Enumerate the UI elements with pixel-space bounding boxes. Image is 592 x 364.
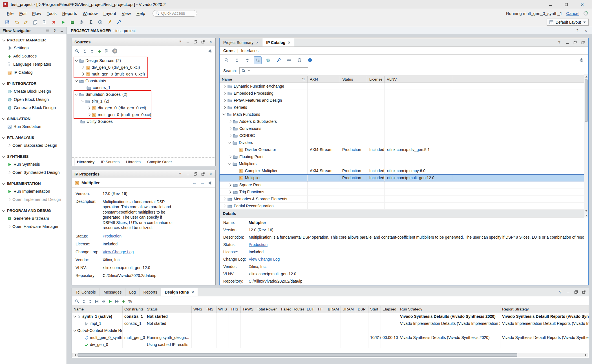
sources-tree-item[interactable]: div_gen_0 (div_gen_0.xci) [72,64,215,71]
column-header-failed-routes[interactable]: Failed Routes [279,306,305,313]
chevron-down-icon[interactable] [73,328,76,331]
column-header-license[interactable]: License [367,76,385,83]
sources-tree-item[interactable]: Utility Sources [72,118,215,125]
column-header-uram[interactable]: URAM [341,306,356,313]
tab-ip-catalog[interactable]: IP Catalog× [262,38,294,46]
ip-catalog-vertical-scrollbar[interactable] [584,74,588,217]
ip-catalog-row[interactable]: Divider GeneratorAXI4-StreamProductionIn… [220,146,588,153]
sources-tree-item[interactable]: mult_gen_0 (mult_gen_0.xci) [72,111,215,118]
ip-catalog-row[interactable]: Trig Functions [220,188,588,196]
close-tab-icon[interactable]: × [256,40,259,45]
column-header-tpws[interactable]: TPWS [241,306,255,313]
chevron-down-icon[interactable] [75,92,78,95]
chevron-right-icon[interactable] [222,204,226,207]
column-header-constraints[interactable]: Constraints [123,306,145,313]
scrollbar-thumb[interactable] [585,79,588,122]
layout-selector-dropdown[interactable]: Default Layout [547,19,589,26]
menu-help[interactable]: Help [134,10,148,17]
float-panel-icon[interactable] [574,290,578,294]
design-runs-horizontal-scrollbar[interactable] [72,353,588,357]
menu-window[interactable]: Window [80,10,100,17]
chevron-right-icon[interactable] [228,120,231,123]
percent-icon[interactable]: % [128,299,132,303]
language-icon[interactable] [295,56,303,64]
sources-tab-hierarchy[interactable]: Hierarchy [74,158,97,166]
design-run-row[interactable]: mult_gen_0_synth_1mult_gen_0Running synt… [72,334,589,341]
chevron-right-icon[interactable] [228,155,231,158]
column-header-name[interactable]: Name^1 [220,76,308,83]
chevron-right-icon[interactable] [228,183,231,186]
flownav-section-header[interactable]: SYNTHESIS [0,153,67,160]
flownav-section-header[interactable]: SIMULATION [0,115,67,122]
maximize-panel-icon[interactable] [582,290,586,294]
search-icon[interactable] [222,56,230,64]
help-icon[interactable]: ? [178,172,182,176]
close-tab-icon[interactable]: × [288,40,290,45]
ip-catalog-row[interactable]: Partial Reconfiguration [220,203,588,210]
search-icon[interactable] [75,48,79,54]
collapse-all-icon[interactable] [82,298,86,303]
menu-edit[interactable]: Edit [16,10,29,17]
minimize-panel-icon[interactable] [566,290,570,294]
flownav-section-header[interactable]: PROJECT MANAGER [0,37,67,44]
ip-catalog-row[interactable]: Floating Point [220,153,588,160]
chevron-right-icon[interactable] [228,134,231,137]
property-value[interactable]: View Change Log [103,250,134,254]
maximize-panel-icon[interactable] [201,172,205,176]
flownav-item[interactable]: Run Synthesis [0,160,67,168]
maximize-panel-icon[interactable] [581,40,585,45]
tab-project-summary[interactable]: Project Summary× [220,38,262,46]
sources-tree-item[interactable]: Simulation Sources (2) [72,91,215,98]
tab-messages[interactable]: Messages [100,288,125,296]
save-icon[interactable] [3,18,11,26]
column-header-dsp[interactable]: DSP [356,306,368,313]
sum-icon[interactable]: Σ [87,18,95,26]
menu-view[interactable]: View [119,10,134,17]
hierarchy-view-icon[interactable] [254,56,262,64]
scroll-up-icon[interactable] [584,74,588,79]
edit-icon[interactable] [106,18,113,26]
menu-tools[interactable]: Tools [44,10,59,17]
undo-icon[interactable] [13,18,20,26]
column-header-lut[interactable]: LUT [305,306,316,313]
column-header-vlnv[interactable]: VLNV [385,76,452,83]
column-header-whs[interactable]: WHS [217,306,229,313]
chevron-right-icon[interactable] [81,66,84,69]
flownav-item[interactable]: Open Hardware Manager [0,222,67,230]
ip-catalog-row[interactable]: Dynamic Function eXchange [220,83,588,90]
ip-catalog-row[interactable]: Embedded Processing [220,90,588,97]
settings-gear-icon[interactable] [78,18,85,26]
design-run-row[interactable]: synth_1 (active)constrs_1Not startedViva… [72,313,589,320]
flownav-section-header[interactable]: IP INTEGRATOR [0,80,67,87]
ip-catalog-row[interactable]: Dividers [220,139,588,146]
add-run-icon[interactable] [122,299,125,303]
flownav-item[interactable]: Add Sources [0,52,67,60]
chevron-right-icon[interactable] [228,190,231,193]
design-run-row[interactable]: Out-of-Context Module Runs [72,327,589,334]
settings-gear-icon[interactable] [577,56,585,64]
column-header-ths[interactable]: THS [229,306,241,313]
minimize-button[interactable] [547,1,554,8]
flownav-item[interactable]: Settings [0,44,67,52]
close-panel-icon[interactable]: × [208,172,213,176]
flownav-item[interactable]: Open Synthesized Design [0,168,67,176]
ip-catalog-row[interactable]: CORDIC [220,132,588,139]
search-icon[interactable] [75,298,79,303]
column-header-name[interactable]: Name [72,306,123,313]
chevron-right-icon[interactable] [222,197,226,200]
column-header-run-strategy[interactable]: Run Strategy [398,306,500,313]
ip-catalog-row[interactable]: Math Functions [220,111,588,118]
step-back-icon[interactable] [101,299,105,303]
add-repository-icon[interactable] [264,56,272,64]
flownav-item[interactable]: IP Catalog [0,68,67,76]
chevron-down-icon[interactable] [228,161,231,165]
flownav-item[interactable]: Language Templates [0,60,67,68]
maximize-button[interactable] [563,1,569,8]
collapse-panel-icon[interactable] [59,28,64,33]
flownav-item[interactable]: Open Implemented Design [0,195,67,203]
float-panel-icon[interactable] [193,40,198,44]
forward-arrow-icon[interactable]: → [200,180,205,185]
maximize-panel-icon[interactable] [201,40,205,44]
ip-properties-header[interactable]: IP Properties ?× [72,170,215,178]
cancel-run-link[interactable]: Cancel [566,11,579,16]
